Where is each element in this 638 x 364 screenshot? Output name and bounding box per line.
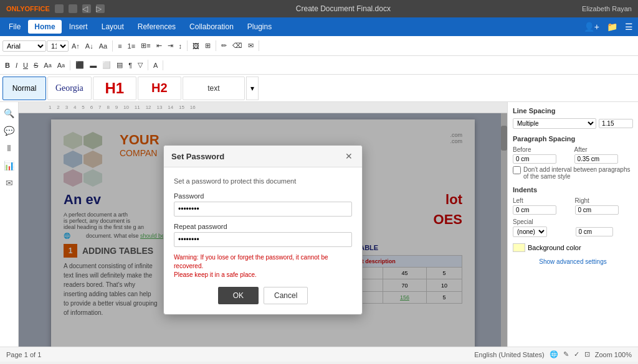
back-icon[interactable]: ◁ — [82, 4, 91, 13]
font-color-btn[interactable]: A — [151, 60, 160, 70]
font-size-select[interactable]: 11 — [47, 40, 69, 52]
special-label: Special — [513, 218, 571, 225]
forward-icon[interactable]: ▷ — [96, 4, 105, 13]
side-panel: Line Spacing Multiple Paragraph Spacing … — [507, 102, 638, 347]
para-spacing-checkbox-row: Don't add interval between paragraphs of… — [513, 166, 633, 180]
open-folder-icon[interactable]: 📁 — [604, 21, 620, 33]
font-name-select[interactable]: Arial — [2, 40, 46, 52]
decrease-font-btn[interactable]: A↓ — [83, 41, 96, 51]
multilevel-list-btn[interactable]: ⊞≡ — [138, 40, 153, 51]
para-spacing-title: Paragraph Spacing — [513, 135, 633, 142]
password-label: Password — [174, 192, 352, 200]
repeat-password-input[interactable] — [174, 232, 352, 247]
menu-layout[interactable]: Layout — [95, 20, 130, 34]
user-name: Elizabeth Rayan — [582, 5, 632, 12]
set-password-dialog: Set Password ✕ Set a password to protect… — [163, 145, 363, 315]
after-value-input[interactable] — [574, 154, 618, 164]
align-center-btn[interactable]: ▬ — [87, 60, 99, 70]
app-logo: ONLYOFFICE — [6, 5, 50, 12]
left-indent-input[interactable] — [513, 205, 556, 215]
style-text[interactable]: text — [183, 77, 245, 100]
add-user-icon[interactable]: 👤+ — [581, 21, 602, 33]
style-h2[interactable]: H2 — [138, 77, 181, 100]
comment-sidebar-icon[interactable]: 💬 — [3, 124, 16, 137]
menu-collaboration[interactable]: Collaboration — [183, 20, 240, 34]
left-sidebar: 🔍 💬 Ⅱ 📊 ✉ — [0, 102, 19, 347]
style-georgia[interactable]: Georgia — [47, 77, 92, 100]
clear-format-btn[interactable]: ⌫ — [230, 40, 245, 51]
before-value-input[interactable] — [513, 154, 556, 164]
toolbar: Arial 11 A↑ A↓ Aa ≡ 1≡ ⊞≡ ⇤ ⇥ ↕ 🖼 ⊞ ✏ ⌫ … — [0, 36, 638, 56]
ok-button[interactable]: OK — [218, 287, 259, 304]
zoom-info: Zoom 100% — [595, 351, 632, 358]
menu-insert[interactable]: Insert — [63, 20, 94, 34]
repeat-password-label: Repeat password — [174, 223, 352, 230]
bg-color-section: Background color — [513, 243, 633, 252]
maximize-icon[interactable] — [69, 4, 77, 13]
chart-sidebar-icon[interactable]: 📊 — [3, 159, 16, 172]
strikethrough-btn[interactable]: S — [31, 60, 40, 70]
after-label: After — [574, 146, 634, 153]
line-spacing-type-select[interactable]: Multiple — [513, 118, 596, 129]
zoom-fit-icon[interactable]: ⊡ — [584, 350, 590, 358]
ordered-list-btn[interactable]: 1≡ — [125, 41, 138, 51]
left-label: Left — [513, 197, 571, 204]
main-area: 🔍 💬 Ⅱ 📊 ✉ 1 2 3 4 5 6 7 8 9 10 11 12 13 … — [0, 102, 638, 347]
shading-btn[interactable]: ▽ — [135, 60, 145, 70]
dialog-description: Set a password to protect this document — [174, 177, 352, 185]
cancel-button[interactable]: Cancel — [264, 287, 308, 304]
style-dropdown-btn[interactable]: ▾ — [246, 77, 259, 100]
decrease-indent-btn[interactable]: ⇤ — [154, 40, 164, 51]
before-label: Before — [513, 146, 572, 153]
change-case-btn[interactable]: Aa — [97, 41, 110, 51]
show-advanced-link[interactable]: Show advanced settings — [513, 258, 633, 265]
minimize-icon[interactable] — [55, 4, 64, 13]
right-indent-input[interactable] — [575, 205, 619, 215]
align-left-btn[interactable]: ⬛ — [73, 60, 87, 70]
password-input[interactable] — [174, 202, 352, 217]
document-area: 1 2 3 4 5 6 7 8 9 10 11 12 13 14 15 16 — [19, 102, 507, 347]
bg-color-swatch[interactable] — [513, 243, 525, 252]
show-marks-btn[interactable]: ¶ — [126, 60, 135, 70]
style-h1[interactable]: H1 — [93, 77, 136, 100]
document-title: Create Document Final.docx — [296, 4, 391, 13]
left-indent-col: Left — [513, 197, 571, 215]
line-spacing-btn[interactable]: ↕ — [176, 41, 185, 51]
mail-sidebar-icon[interactable]: ✉ — [3, 177, 16, 189]
italic-btn[interactable]: I — [13, 60, 20, 70]
special-select[interactable]: (none) — [513, 226, 547, 237]
dialog-close-button[interactable]: ✕ — [343, 151, 355, 162]
underline-btn[interactable]: U — [21, 60, 31, 70]
mail-merge-btn[interactable]: ✉ — [245, 40, 256, 51]
special-cm-input[interactable] — [576, 227, 613, 236]
increase-indent-btn[interactable]: ⇥ — [165, 40, 176, 51]
style-normal[interactable]: Normal — [2, 77, 46, 100]
format-tools-group: ✏ ⌫ ✉ — [219, 40, 259, 51]
superscript-btn[interactable]: Aa — [41, 60, 54, 70]
align-justify-btn[interactable]: ▤ — [114, 60, 125, 70]
right-label: Right — [575, 197, 634, 204]
insert-image-btn[interactable]: 🖼 — [190, 41, 202, 51]
align-right-btn[interactable]: ⬜ — [100, 60, 113, 70]
menu-references[interactable]: References — [131, 20, 182, 34]
para-spacing-checkbox[interactable] — [513, 166, 521, 174]
insert-table-btn[interactable]: ⊞ — [202, 40, 213, 51]
bold-btn[interactable]: B — [2, 60, 12, 70]
line-spacing-row: Multiple — [513, 118, 633, 129]
increase-font-btn[interactable]: A↑ — [69, 41, 82, 51]
unordered-list-btn[interactable]: ≡ — [115, 41, 124, 51]
align-group: ⬛ ▬ ⬜ ▤ ¶ ▽ — [73, 60, 148, 70]
header-sidebar-icon[interactable]: Ⅱ — [3, 142, 16, 154]
line-spacing-value-input[interactable] — [599, 119, 633, 128]
menu-home[interactable]: Home — [28, 20, 61, 34]
line-spacing-title: Line Spacing — [513, 107, 633, 114]
menu-plugins[interactable]: Plugins — [241, 20, 278, 34]
search-sidebar-icon[interactable]: 🔍 — [3, 107, 16, 119]
title-bar: ONLYOFFICE ◁ ▷ Create Document Final.doc… — [0, 0, 638, 17]
style-bar: Normal Georgia H1 H2 text ▾ — [0, 75, 638, 102]
menu-file[interactable]: File — [2, 20, 27, 34]
indents-section: Indents Left Right Special (none) — [513, 186, 633, 237]
copy-style-btn[interactable]: ✏ — [219, 40, 229, 51]
menu-icon[interactable]: ☰ — [622, 21, 636, 33]
subscript-btn[interactable]: Aa — [55, 60, 67, 70]
